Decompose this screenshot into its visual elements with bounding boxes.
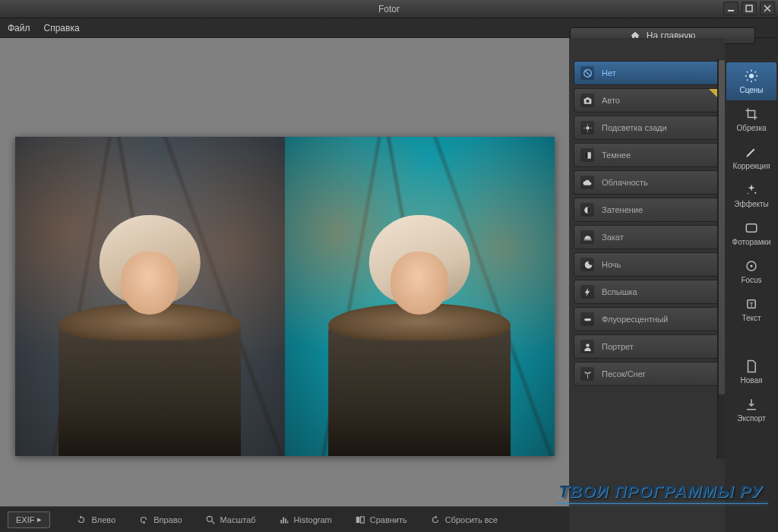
reset-icon	[430, 515, 441, 525]
scene-label: Вспышка	[602, 287, 637, 296]
tool-sparkle[interactable]: Эффекты	[726, 176, 776, 214]
tool-label: Обрезка	[736, 124, 766, 132]
flash-icon	[583, 287, 593, 297]
bottombar-label: Сравнить	[370, 515, 407, 524]
tool-sun[interactable]: Сцены	[726, 62, 776, 100]
tool-label: Новая	[741, 376, 763, 385]
scenes-scrollbar[interactable]	[717, 59, 725, 459]
tool-label: Экспорт	[737, 414, 766, 423]
crop-icon	[745, 107, 758, 121]
exif-button[interactable]: EXIF▸	[8, 511, 50, 528]
svg-rect-1	[746, 5, 752, 11]
scene-item-flash[interactable]: Вспышка	[574, 280, 720, 304]
bottombar-label: Histogram	[294, 515, 332, 524]
bottombar-compare[interactable]: Сравнить	[352, 515, 410, 525]
export-icon	[745, 397, 758, 411]
maximize-button[interactable]	[742, 2, 757, 15]
scene-item-shade[interactable]: Затенение	[574, 198, 720, 222]
shade-icon	[583, 205, 593, 215]
bottombar-histogram[interactable]: Histogram	[276, 515, 335, 525]
rotate-left-icon	[76, 515, 87, 525]
scene-item-camera[interactable]: Авто	[574, 88, 720, 112]
tool-frame[interactable]: Фоторамки	[726, 214, 776, 252]
scene-item-palm[interactable]: Песок/Снег	[574, 362, 720, 386]
tool-label: Focus	[741, 276, 761, 284]
tool-label: Фоторамки	[732, 238, 771, 246]
scene-label: Темнее	[602, 150, 631, 160]
doc-icon	[745, 359, 758, 373]
portrait-icon	[583, 342, 593, 352]
scene-label: Флуоресцентный	[602, 315, 668, 324]
scenes-panel: НетАвтоПодсветка сзадиТемнееОблачностьЗа…	[569, 38, 725, 532]
bottombar-reset[interactable]: Сбросить все	[427, 515, 501, 525]
close-button[interactable]	[760, 2, 775, 15]
moon-icon	[583, 260, 593, 270]
scene-label: Закат	[602, 233, 624, 242]
scene-label: Портрет	[602, 342, 634, 351]
bottombar-label: Вправо	[153, 515, 182, 524]
scene-item-ban[interactable]: Нет	[574, 61, 720, 85]
tool-target[interactable]: Focus	[726, 252, 776, 290]
scene-label: Облачность	[602, 178, 648, 187]
scene-label: Затенение	[602, 205, 643, 214]
sparkle-icon	[745, 183, 758, 197]
rotate-right-icon	[138, 515, 149, 525]
bottombar-rotate-left[interactable]: Влево	[73, 515, 119, 525]
tool-label: Текст	[742, 314, 761, 322]
scene-label: Песок/Снег	[602, 369, 646, 378]
target-icon	[745, 259, 758, 273]
tool-text[interactable]: Текст	[726, 290, 776, 328]
pencil-icon	[745, 145, 758, 159]
canvas-area: EXIF▸ ВлевоВправоМасштабHistogramСравнит…	[0, 38, 569, 532]
text-icon	[745, 297, 758, 311]
fluor-icon	[583, 315, 593, 325]
scene-item-cloud[interactable]: Облачность	[574, 170, 720, 195]
tool-doc[interactable]: Новая	[726, 353, 776, 391]
watermark: ТВОИ ПРОГРАММЫ РУ	[558, 482, 763, 502]
tool-label: Эффекты	[734, 200, 768, 208]
bottombar-rotate-right[interactable]: Вправо	[135, 515, 185, 525]
tool-pencil[interactable]: Коррекция	[726, 138, 776, 176]
scene-item-sunset[interactable]: Закат	[574, 225, 720, 249]
bottombar-zoom[interactable]: Масштаб	[202, 515, 259, 525]
minimize-button[interactable]	[723, 2, 738, 15]
app-title: Fotor	[378, 4, 400, 14]
tool-strip: СценыОбрезкаКоррекцияЭффектыФоторамкиFoc…	[725, 38, 778, 532]
bottombar-label: Влево	[91, 515, 115, 524]
svg-rect-0	[728, 10, 734, 11]
scene-label: Ночь	[602, 260, 621, 269]
scene-label: Нет	[602, 68, 616, 78]
tool-crop[interactable]: Обрезка	[726, 100, 776, 138]
ban-icon	[583, 68, 593, 78]
camera-icon	[583, 96, 593, 106]
zoom-icon	[205, 515, 216, 525]
title-bar: Fotor	[0, 0, 778, 18]
chevron-right-icon: ▸	[37, 515, 42, 524]
darken-icon	[583, 150, 593, 160]
photo-comparison[interactable]	[15, 137, 555, 456]
palm-icon	[583, 369, 593, 379]
scene-label: Подсветка сзади	[602, 123, 667, 132]
cloud-icon	[583, 178, 593, 188]
scene-label: Авто	[602, 96, 620, 105]
histogram-icon	[279, 515, 289, 525]
menu-file[interactable]: Файл	[8, 23, 30, 33]
frame-icon	[745, 221, 758, 235]
scene-item-portrait[interactable]: Портрет	[574, 334, 720, 359]
menu-help[interactable]: Справка	[44, 23, 80, 33]
backlight-icon	[583, 123, 593, 133]
bottombar-label: Масштаб	[220, 515, 256, 524]
tool-label: Коррекция	[732, 162, 770, 170]
tool-label: Сцены	[739, 86, 763, 94]
compare-icon	[355, 515, 365, 525]
sunset-icon	[583, 233, 593, 242]
scene-item-moon[interactable]: Ночь	[574, 252, 720, 277]
scene-item-darken[interactable]: Темнее	[574, 143, 720, 167]
bottombar-label: Сбросить все	[445, 515, 498, 524]
scene-item-fluor[interactable]: Флуоресцентный	[574, 307, 720, 331]
bottom-toolbar: EXIF▸ ВлевоВправоМасштабHistogramСравнит…	[0, 506, 569, 532]
photo-after	[285, 137, 555, 456]
photo-before	[15, 137, 285, 456]
tool-export[interactable]: Экспорт	[726, 391, 776, 429]
scene-item-backlight[interactable]: Подсветка сзади	[574, 116, 720, 140]
